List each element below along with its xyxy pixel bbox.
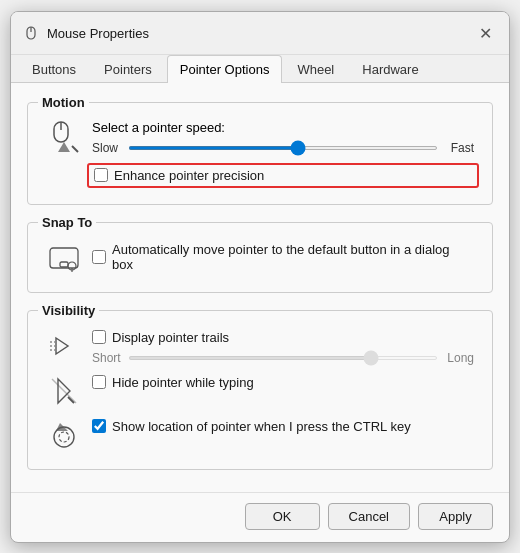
auto-move-row: Automatically move pointer to the defaul… xyxy=(92,240,474,274)
apply-button[interactable]: Apply xyxy=(418,503,493,530)
display-trails-checkbox[interactable] xyxy=(92,330,106,344)
ctrl-icon xyxy=(46,417,82,453)
visibility-title: Visibility xyxy=(38,303,99,318)
mouse-icon xyxy=(23,26,39,42)
svg-rect-7 xyxy=(60,262,68,267)
svg-line-5 xyxy=(72,146,78,152)
tabs-bar: Buttons Pointers Pointer Options Wheel H… xyxy=(11,55,509,83)
show-location-label: Show location of pointer when I press th… xyxy=(112,419,411,434)
motion-icon xyxy=(46,120,82,156)
snap-to-section: Snap To Automatically move pointer to th… xyxy=(27,215,493,293)
ok-button[interactable]: OK xyxy=(245,503,320,530)
trail-length-row: Short Long xyxy=(92,351,474,365)
tab-wheel[interactable]: Wheel xyxy=(284,55,347,83)
trail-length-slider[interactable] xyxy=(128,356,438,360)
show-location-row: Show location of pointer when I press th… xyxy=(92,417,474,436)
trails-controls: Display pointer trails Short Long xyxy=(92,328,474,365)
snap-to-icon xyxy=(46,240,82,276)
slow-label: Slow xyxy=(92,141,120,155)
title-bar: Mouse Properties ✕ xyxy=(11,12,509,55)
content-area: Motion Select a pointer speed: Slow xyxy=(11,83,509,492)
buttons-row: OK Cancel Apply xyxy=(11,492,509,542)
fast-label: Fast xyxy=(446,141,474,155)
auto-move-label: Automatically move pointer to the defaul… xyxy=(112,242,474,272)
snap-to-controls: Automatically move pointer to the defaul… xyxy=(92,240,474,274)
svg-point-18 xyxy=(59,432,69,442)
ctrl-inner: Show location of pointer when I press th… xyxy=(38,415,482,459)
hide-typing-row: Hide pointer while typing xyxy=(92,373,474,392)
tab-buttons[interactable]: Buttons xyxy=(19,55,89,83)
snap-to-inner: Automatically move pointer to the defaul… xyxy=(38,234,482,282)
display-trails-label: Display pointer trails xyxy=(112,330,229,345)
trails-inner: Display pointer trails Short Long xyxy=(38,322,482,371)
snap-to-title: Snap To xyxy=(38,215,96,230)
speed-slider-row: Slow Fast xyxy=(92,141,474,155)
speed-label: Select a pointer speed: xyxy=(92,120,474,135)
hide-typing-label: Hide pointer while typing xyxy=(112,375,254,390)
motion-title: Motion xyxy=(38,95,89,110)
auto-move-checkbox[interactable] xyxy=(92,250,106,264)
motion-controls: Select a pointer speed: Slow Fast Enhanc… xyxy=(92,120,474,188)
tab-hardware[interactable]: Hardware xyxy=(349,55,431,83)
mouse-properties-window: Mouse Properties ✕ Buttons Pointers Poin… xyxy=(10,11,510,543)
visibility-section: Visibility Display pointer trails xyxy=(27,303,493,470)
show-location-checkbox[interactable] xyxy=(92,419,106,433)
speed-slider[interactable] xyxy=(128,146,438,150)
hide-inner: Hide pointer while typing xyxy=(38,371,482,415)
close-button[interactable]: ✕ xyxy=(473,22,497,46)
svg-marker-10 xyxy=(56,338,68,354)
motion-section: Motion Select a pointer speed: Slow xyxy=(27,95,493,205)
window-title: Mouse Properties xyxy=(47,26,149,41)
svg-marker-4 xyxy=(58,142,70,152)
title-bar-left: Mouse Properties xyxy=(23,26,149,42)
motion-inner: Select a pointer speed: Slow Fast Enhanc… xyxy=(38,114,482,194)
enhance-precision-checkbox[interactable] xyxy=(94,168,108,182)
enhance-precision-row: Enhance pointer precision xyxy=(87,163,479,188)
ctrl-controls: Show location of pointer when I press th… xyxy=(92,417,474,436)
tab-pointer-options[interactable]: Pointer Options xyxy=(167,55,283,83)
hide-typing-checkbox[interactable] xyxy=(92,375,106,389)
cancel-button[interactable]: Cancel xyxy=(328,503,410,530)
short-label: Short xyxy=(92,351,120,365)
svg-rect-6 xyxy=(50,248,78,268)
display-trails-row: Display pointer trails xyxy=(92,328,474,347)
enhance-precision-label: Enhance pointer precision xyxy=(114,168,264,183)
hide-controls: Hide pointer while typing xyxy=(92,373,474,392)
tab-pointers[interactable]: Pointers xyxy=(91,55,165,83)
long-label: Long xyxy=(446,351,474,365)
trails-icon xyxy=(46,328,82,364)
svg-line-16 xyxy=(52,379,76,403)
hide-icon xyxy=(46,373,82,409)
